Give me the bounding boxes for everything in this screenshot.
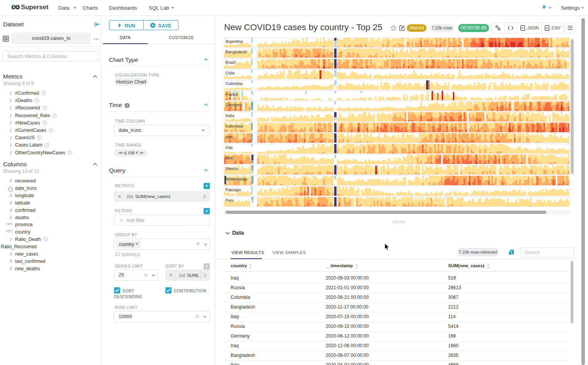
svg-text:Pakistan: Pakistan <box>226 188 241 192</box>
svg-text:Argentina: Argentina <box>226 39 243 44</box>
svg-text:India: India <box>226 113 235 118</box>
svg-text:Chile: Chile <box>226 71 235 75</box>
svg-text:Iraq: Iraq <box>226 145 233 150</box>
svg-text:Bangladesh: Bangladesh <box>226 49 247 54</box>
svg-text:Italy: Italy <box>226 155 233 160</box>
svg-text:Colombia: Colombia <box>226 81 243 86</box>
svg-text:Indonesia: Indonesia <box>226 124 243 128</box>
svg-text:Peru: Peru <box>226 198 234 203</box>
svg-text:France: France <box>226 92 238 97</box>
svg-text:Brazil: Brazil <box>226 60 236 65</box>
svg-text:Germany: Germany <box>226 102 243 107</box>
svg-text:Mexico: Mexico <box>226 166 238 171</box>
svg-text:Iran: Iran <box>226 135 233 139</box>
svg-text:Netherlands: Netherlands <box>226 177 248 181</box>
